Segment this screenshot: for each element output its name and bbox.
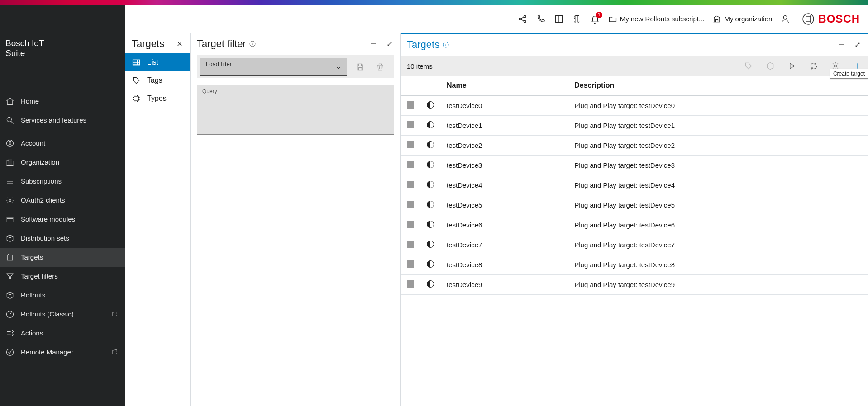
cell-name: testDevice0	[440, 95, 568, 116]
trash-icon[interactable]	[376, 62, 385, 71]
status-icon	[427, 181, 434, 188]
row-checkbox[interactable]	[407, 141, 414, 148]
row-checkbox[interactable]	[407, 280, 414, 288]
table-row[interactable]: testDevice6Plug and Play target: testDev…	[401, 215, 868, 235]
status-icon	[427, 101, 434, 109]
cell-name: testDevice2	[440, 136, 568, 156]
sidebar-item-rollouts[interactable]: Rollouts	[0, 286, 125, 305]
app-title: Bosch IoT Suite	[5, 38, 44, 58]
search-icon	[5, 116, 14, 125]
cell-name: testDevice7	[440, 235, 568, 255]
sidebar-item-rollouts-classic[interactable]: Rollouts (Classic)	[0, 305, 125, 324]
svg-rect-5	[7, 255, 13, 260]
info-icon[interactable]	[442, 41, 449, 48]
row-checkbox[interactable]	[407, 201, 414, 208]
sidebar-item-software-modules[interactable]: Software modules	[0, 210, 125, 229]
targets-table: Name Description testDevice0Plug and Pla…	[401, 76, 868, 295]
minimize-icon[interactable]	[369, 40, 377, 48]
row-checkbox[interactable]	[407, 260, 414, 268]
save-icon[interactable]	[356, 62, 365, 71]
svg-point-18	[835, 65, 837, 67]
table-row[interactable]: testDevice5Plug and Play target: testDev…	[401, 195, 868, 215]
notifications-button[interactable]: 1	[590, 14, 600, 24]
mini-item-list[interactable]: List	[125, 53, 190, 71]
org-dropdown[interactable]: My organization	[712, 14, 772, 24]
mini-item-types[interactable]: Types	[125, 90, 190, 108]
info-icon[interactable]	[249, 40, 256, 47]
cell-description: Plug and Play target: testDevice4	[568, 175, 868, 195]
refresh-icon[interactable]	[809, 61, 818, 71]
sidebar-item-actions[interactable]: Actions	[0, 324, 125, 343]
status-icon	[427, 280, 434, 288]
svg-point-3	[9, 199, 11, 201]
query-input[interactable]: Query	[197, 85, 394, 135]
mini-item-tags[interactable]: Tags	[125, 71, 190, 90]
package-icon	[5, 291, 14, 300]
subscription-dropdown[interactable]: My new Rollouts subscript...	[608, 14, 705, 24]
table-row[interactable]: testDevice7Plug and Play target: testDev…	[401, 235, 868, 255]
row-checkbox[interactable]	[407, 161, 414, 168]
sidebar-item-remote-manager[interactable]: Remote Manager	[0, 343, 125, 362]
table-row[interactable]: testDevice2Plug and Play target: testDev…	[401, 136, 868, 156]
assign-tag-icon[interactable]	[744, 61, 753, 71]
profile-icon[interactable]	[780, 14, 790, 24]
sidebar-item-target-filters[interactable]: Target filters	[0, 267, 125, 286]
cell-description: Plug and Play target: testDevice1	[568, 116, 868, 136]
sidebar-item-label: Target filters	[21, 272, 58, 280]
expand-icon[interactable]	[854, 41, 862, 49]
row-checkbox[interactable]	[407, 221, 414, 228]
status-icon	[427, 121, 434, 128]
load-filter-dropdown[interactable]: Load filter	[200, 58, 347, 76]
mini-item-label: Types	[147, 94, 167, 103]
expand-icon[interactable]	[386, 40, 394, 48]
assign-ds-icon[interactable]	[766, 61, 775, 71]
sidebar-item-oauth[interactable]: OAuth2 clients	[0, 191, 125, 210]
sidebar-item-label: Actions	[21, 329, 43, 337]
sidebar-item-home[interactable]: Home	[0, 92, 125, 111]
collapse-sidebar-icon[interactable]	[44, 13, 116, 85]
status-icon	[427, 260, 434, 268]
folder-icon	[608, 14, 617, 24]
table-row[interactable]: testDevice1Plug and Play target: testDev…	[401, 116, 868, 136]
cell-name: testDevice5	[440, 195, 568, 215]
table-row[interactable]: testDevice9Plug and Play target: testDev…	[401, 275, 868, 295]
svg-rect-15	[134, 96, 138, 101]
sidebar-item-account[interactable]: Account	[0, 134, 125, 153]
row-checkbox[interactable]	[407, 101, 414, 109]
sidebar-item-targets[interactable]: Targets	[0, 248, 125, 267]
col-name: Name	[440, 76, 568, 95]
sidebar-item-label: Rollouts (Classic)	[21, 310, 74, 318]
paragraph-icon[interactable]	[572, 14, 582, 24]
mini-nav-title: Targets	[132, 38, 164, 50]
svg-rect-4	[7, 217, 13, 222]
sidebar-item-label: Home	[21, 97, 39, 105]
cell-description: Plug and Play target: testDevice7	[568, 235, 868, 255]
global-sidebar: Bosch IoT Suite Home Services and featur…	[0, 5, 125, 406]
remote-icon	[5, 348, 14, 357]
sidebar-item-distribution-sets[interactable]: Distribution sets	[0, 229, 125, 248]
table-row[interactable]: testDevice0Plug and Play target: testDev…	[401, 95, 868, 116]
sidebar-item-label: Account	[21, 139, 45, 147]
book-icon[interactable]	[554, 14, 564, 24]
cell-description: Plug and Play target: testDevice0	[568, 95, 868, 116]
share-icon[interactable]	[518, 14, 528, 24]
row-checkbox[interactable]	[407, 181, 414, 188]
table-row[interactable]: testDevice3Plug and Play target: testDev…	[401, 156, 868, 175]
external-link-icon	[110, 311, 119, 317]
close-icon[interactable]	[176, 40, 184, 48]
row-checkbox[interactable]	[407, 241, 414, 248]
sidebar-item-label: Software modules	[21, 215, 75, 223]
dashboard-icon	[5, 310, 14, 319]
minimize-icon[interactable]	[837, 41, 845, 49]
sidebar-item-services[interactable]: Services and features	[0, 111, 125, 130]
svg-point-13	[803, 14, 814, 24]
phone-icon[interactable]	[536, 14, 546, 24]
play-icon[interactable]	[787, 61, 796, 71]
table-row[interactable]: testDevice4Plug and Play target: testDev…	[401, 175, 868, 195]
row-checkbox[interactable]	[407, 121, 414, 128]
sidebar-item-label: Rollouts	[21, 291, 45, 299]
sidebar-item-subscriptions[interactable]: Subscriptions	[0, 172, 125, 191]
sidebar-item-organization[interactable]: Organization	[0, 153, 125, 172]
user-icon	[5, 139, 14, 148]
table-row[interactable]: testDevice8Plug and Play target: testDev…	[401, 255, 868, 275]
